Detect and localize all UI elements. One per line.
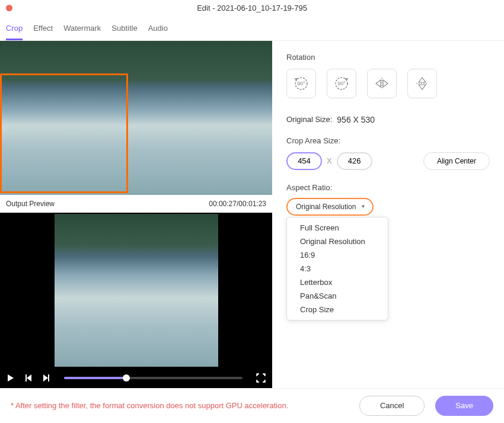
playback-controls (0, 368, 272, 388)
tab-watermark[interactable]: Watermark (63, 20, 101, 40)
footer: * After setting the filter, the format c… (0, 388, 504, 423)
aspect-option-letterbox[interactable]: Letterbox (287, 275, 388, 289)
x-separator: X (327, 156, 332, 165)
timecode: 00:00:27/00:01:23 (209, 200, 266, 208)
aspect-option-4-3[interactable]: 4:3 (287, 262, 388, 275)
rotation-buttons: 90° 90° (286, 69, 490, 98)
aspect-ratio-list: Full Screen Original Resolution 16:9 4:3… (286, 217, 388, 321)
tab-bar: Crop Effect Watermark Subtitle Audio (0, 17, 504, 41)
tab-subtitle[interactable]: Subtitle (111, 20, 137, 40)
close-window-icon[interactable] (6, 5, 12, 11)
progress-bar[interactable] (64, 377, 243, 379)
output-preview (0, 213, 272, 368)
rotate-ccw-button[interactable]: 90° (286, 69, 316, 98)
aspect-ratio-dropdown[interactable]: Original Resolution (286, 198, 374, 216)
tab-crop[interactable]: Crop (6, 20, 23, 40)
cancel-button[interactable]: Cancel (359, 396, 425, 416)
play-icon[interactable] (6, 373, 15, 383)
aspect-option-panscan[interactable]: Pan&Scan (287, 289, 388, 303)
align-center-button[interactable]: Align Center (423, 152, 490, 170)
crop-size-inputs: X Align Center (286, 152, 490, 170)
crop-area-label: Crop Area Size: (286, 136, 490, 145)
warning-text: * After setting the filter, the format c… (11, 401, 359, 410)
aspect-option-original[interactable]: Original Resolution (287, 235, 388, 248)
rotate-cw-button[interactable]: 90° (327, 69, 356, 98)
flip-vertical-button[interactable] (407, 69, 437, 98)
aspect-ratio-selected: Original Resolution (296, 203, 356, 211)
fullscreen-icon[interactable] (256, 373, 266, 383)
step-forward-icon[interactable] (42, 373, 51, 383)
rotation-label: Rotation (286, 53, 490, 62)
crop-height-input[interactable] (337, 152, 372, 170)
main-area: Output Preview 00:00:27/00:01:23 Rotatio… (0, 41, 504, 388)
aspect-option-fullscreen[interactable]: Full Screen (287, 221, 388, 235)
rotate-cw-label: 90° (337, 81, 346, 86)
progress-thumb[interactable] (123, 374, 130, 382)
original-size-row: Original Size: 956 X 530 (286, 115, 490, 124)
step-back-icon[interactable] (24, 373, 33, 383)
tab-audio[interactable]: Audio (148, 20, 168, 40)
original-size-label: Original Size: (286, 115, 332, 124)
titlebar: Edit - 2021-06-10_10-17-19-795 (0, 0, 504, 17)
left-panel: Output Preview 00:00:27/00:01:23 (0, 41, 272, 388)
output-info-row: Output Preview 00:00:27/00:01:23 (0, 195, 272, 213)
window-title: Edit - 2021-06-10_10-17-19-795 (197, 4, 307, 12)
save-button[interactable]: Save (435, 396, 493, 416)
original-size-value: 956 X 530 (337, 115, 375, 124)
output-preview-label: Output Preview (6, 200, 55, 208)
aspect-option-cropsize[interactable]: Crop Size (287, 303, 388, 316)
right-panel: Rotation 90° 90° Original Size: 956 X 53… (272, 41, 504, 388)
progress-fill (64, 377, 126, 379)
output-thumbnail (55, 214, 218, 367)
crop-selection-box[interactable] (0, 73, 128, 193)
crop-preview[interactable] (0, 41, 272, 195)
rotate-ccw-label: 90° (297, 81, 305, 86)
crop-width-input[interactable] (286, 152, 322, 170)
aspect-option-16-9[interactable]: 16:9 (287, 248, 388, 262)
tab-effect[interactable]: Effect (33, 20, 53, 40)
flip-horizontal-button[interactable] (367, 69, 397, 98)
aspect-ratio-label: Aspect Ratio: (286, 183, 490, 192)
